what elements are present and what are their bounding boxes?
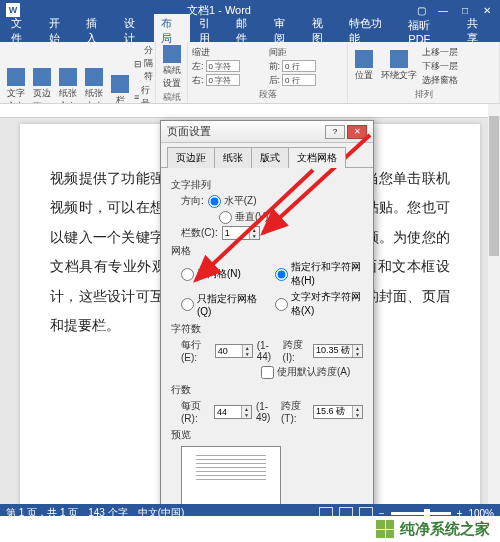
vertical-scrollbar[interactable] bbox=[488, 104, 500, 504]
use-default-pitch-checkbox[interactable]: 使用默认跨度(A) bbox=[261, 365, 350, 379]
watermark: 纯净系统之家 bbox=[0, 516, 500, 542]
line-pitch-spinner[interactable]: ▲▼ bbox=[313, 405, 363, 419]
tab-layout-dlg[interactable]: 版式 bbox=[251, 147, 289, 168]
space-after-label: 后: bbox=[269, 74, 281, 87]
grid-line-char-radio[interactable]: 指定行和字符网格(H) bbox=[275, 260, 363, 288]
watermark-logo-icon bbox=[376, 520, 394, 538]
wrap-text-button[interactable]: 环绕文字 bbox=[378, 49, 420, 83]
indent-right-input[interactable]: 0 字符 bbox=[206, 74, 240, 86]
char-pitch-label: 跨度(I): bbox=[283, 338, 309, 363]
space-before-input[interactable]: 0 行 bbox=[282, 60, 316, 72]
per-page-spinner[interactable]: ▲▼ bbox=[214, 405, 252, 419]
arrange-group-label: 排列 bbox=[352, 88, 495, 101]
preview-section: 预览 bbox=[171, 428, 363, 442]
dialog-help-button[interactable]: ? bbox=[325, 125, 345, 139]
line-numbers-button[interactable]: ≡行号 bbox=[134, 84, 155, 104]
tab-document-grid[interactable]: 文档网格 bbox=[288, 147, 346, 168]
manuscript-paper-button[interactable]: 稿纸设置 bbox=[160, 44, 184, 91]
chars-section: 字符数 bbox=[171, 322, 363, 336]
spacing-header: 间距 bbox=[269, 46, 344, 59]
position-button[interactable]: 位置 bbox=[352, 49, 376, 83]
page-setup-dialog: 页面设置 ? ✕ 页边距 纸张 版式 文档网格 文字排列 方向: 水平(Z) 垂… bbox=[160, 120, 374, 542]
line-pitch-label: 跨度(T): bbox=[281, 399, 309, 424]
grid-align-radio[interactable]: 文字对齐字符网格(X) bbox=[275, 290, 363, 318]
selection-pane-button[interactable]: 选择窗格 bbox=[422, 74, 458, 87]
per-line-range: (1-44) bbox=[257, 340, 279, 362]
direction-label: 方向: bbox=[181, 194, 204, 208]
indent-header: 缩进 bbox=[192, 46, 267, 59]
scrollbar-thumb[interactable] bbox=[489, 116, 499, 256]
indent-left-label: 左: bbox=[192, 60, 204, 73]
manuscript-group-label: 稿纸 bbox=[160, 91, 183, 104]
per-line-label: 每行(E): bbox=[181, 338, 211, 363]
dialog-close-button[interactable]: ✕ bbox=[347, 125, 367, 139]
zoom-slider[interactable] bbox=[391, 512, 451, 515]
dialog-titlebar[interactable]: 页面设置 ? ✕ bbox=[161, 121, 373, 143]
indent-left-input[interactable]: 0 字符 bbox=[206, 60, 240, 72]
indent-right-label: 右: bbox=[192, 74, 204, 87]
horizontal-ruler[interactable] bbox=[0, 104, 500, 118]
breaks-button[interactable]: ⊟分隔符 bbox=[134, 44, 155, 83]
space-before-label: 前: bbox=[269, 60, 281, 73]
grid-lines-only-radio[interactable]: 只指定行网格(Q) bbox=[181, 290, 269, 318]
columns-spinner[interactable]: ▲▼ bbox=[222, 226, 260, 240]
direction-vertical-radio[interactable]: 垂直(V) bbox=[219, 210, 268, 224]
per-page-label: 每页(R): bbox=[181, 399, 210, 424]
per-page-range: (1-49) bbox=[256, 401, 277, 423]
text-direction-section: 文字排列 bbox=[171, 178, 363, 192]
dialog-tabs: 页边距 纸张 版式 文档网格 bbox=[161, 143, 373, 168]
tab-paper[interactable]: 纸张 bbox=[214, 147, 252, 168]
orientation-button[interactable]: 纸张方向 bbox=[56, 67, 80, 104]
per-line-spinner[interactable]: ▲▼ bbox=[215, 344, 253, 358]
dialog-title: 页面设置 bbox=[167, 124, 323, 139]
tab-margins[interactable]: 页边距 bbox=[167, 147, 215, 168]
watermark-text: 纯净系统之家 bbox=[400, 520, 490, 539]
ribbon-tabs: 文件 开始 插入 设计 布局 引用 邮件 审阅 视图 特色功能 福昕PDF 共享 bbox=[0, 20, 500, 42]
lines-section: 行数 bbox=[171, 383, 363, 397]
text-direction-button[interactable]: 文字方向 bbox=[4, 67, 28, 104]
char-pitch-spinner[interactable]: ▲▼ bbox=[313, 344, 363, 358]
ribbon: 文字方向 页边距 纸张方向 纸张大小 栏 ⊟分隔符 ≡行号 bc断字 页面设置 … bbox=[0, 42, 500, 104]
space-after-input[interactable]: 0 行 bbox=[282, 74, 316, 86]
columns-button[interactable]: 栏 bbox=[108, 74, 132, 105]
grid-section: 网格 bbox=[171, 244, 363, 258]
paragraph-group-label: 段落 bbox=[192, 88, 343, 101]
size-button[interactable]: 纸张大小 bbox=[82, 67, 106, 104]
direction-horizontal-radio[interactable]: 水平(Z) bbox=[208, 194, 257, 208]
grid-none-radio[interactable]: 无网格(N) bbox=[181, 260, 269, 288]
send-backward-button[interactable]: 下移一层 bbox=[422, 60, 458, 73]
bring-forward-button[interactable]: 上移一层 bbox=[422, 46, 458, 59]
columns-label: 栏数(C): bbox=[181, 226, 218, 240]
margins-button[interactable]: 页边距 bbox=[30, 67, 54, 104]
